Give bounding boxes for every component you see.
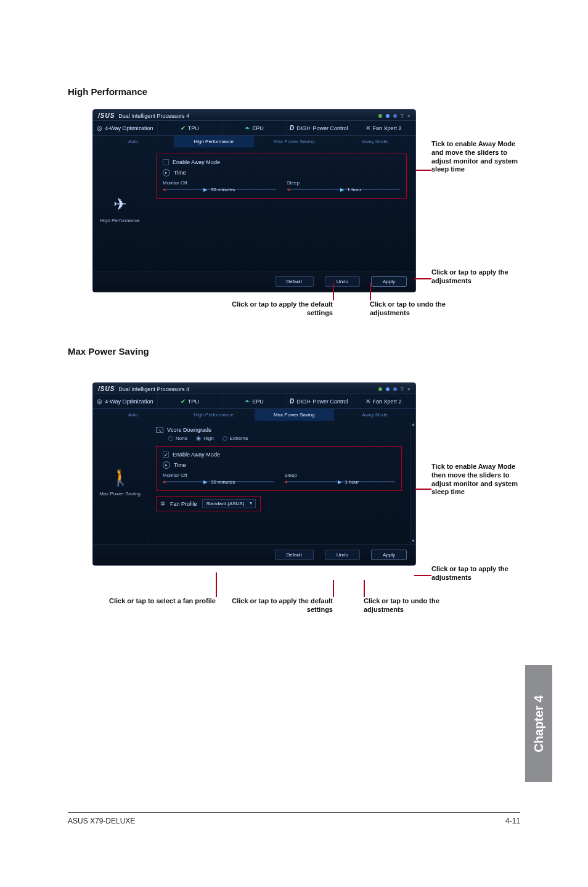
chapter-label: Chapter 4 <box>532 695 546 752</box>
nav-label: DIGI+ Power Control <box>296 398 348 405</box>
scroll-up-icon[interactable]: ▲ <box>411 422 415 426</box>
target-icon: ◎ <box>97 398 102 405</box>
apply-button[interactable]: Apply <box>371 550 407 560</box>
tab-high-performance[interactable]: High Performance <box>174 409 255 421</box>
app-window-hp: /SUS Dual Intelligent Processors 4 ? × ◎… <box>92 109 416 292</box>
tab-away-mode[interactable]: Away Mode <box>335 409 415 421</box>
fan-icon: ✲ <box>160 500 165 507</box>
side-label: High Performance <box>100 218 139 223</box>
radio-none[interactable]: None <box>168 435 187 441</box>
nav-label: EPU <box>252 125 264 131</box>
digi-icon: D <box>290 398 294 405</box>
sleep-slider[interactable]: ◄ ▶ 1 hour <box>287 187 401 192</box>
monitor-off-group: Monitor Off ◄ ▶ 30 minutes <box>163 472 274 484</box>
help-icon[interactable]: ? <box>401 386 404 392</box>
monitor-off-label: Monitor Off <box>163 180 276 186</box>
fan-profile-dropdown[interactable]: Standard (ASUS) <box>202 499 256 508</box>
callout-away-mode: Tick to enable Away Mode and move the sl… <box>431 140 518 174</box>
walk-icon: 🚶 <box>110 468 130 487</box>
default-button[interactable]: Default <box>275 276 314 287</box>
tab-max-power-saving[interactable]: Max Power Saving <box>255 136 335 147</box>
figure-high-performance: /SUS Dual Intelligent Processors 4 ? × ◎… <box>68 109 520 331</box>
scrollbar[interactable]: ▲ ▼ <box>410 421 415 544</box>
checkbox-enable-away[interactable] <box>163 159 169 165</box>
nav-digi[interactable]: DDIGI+ Power Control <box>287 121 351 135</box>
nav-4way[interactable]: ◎4-Way Optimization <box>93 121 158 135</box>
check-icon: ✔ <box>181 398 186 405</box>
nav-epu[interactable]: ❧EPU <box>223 394 287 408</box>
wave-icon: ∿ <box>156 427 163 433</box>
play-icon: ▶ <box>340 187 344 192</box>
mode-tabs: Auto High Performance Max Power Saving A… <box>93 409 415 421</box>
nav-label: Fan Xpert 2 <box>373 125 402 131</box>
away-mode-box: Enable Away Mode ▸ Time Monitor Off ◄ ▶ <box>156 154 407 199</box>
away-mode-box: ✓ Enable Away Mode ▸ Time Monitor Off ◄ <box>156 446 402 491</box>
arrow-left-icon: ◄ <box>161 479 166 485</box>
checkbox-enable-away[interactable]: ✓ <box>163 452 169 458</box>
help-icon[interactable]: ? <box>401 113 404 119</box>
default-button[interactable]: Default <box>275 550 314 560</box>
nav-digi[interactable]: DDIGI+ Power Control <box>287 394 351 408</box>
figure-max-power-saving: Tick to select Vcore downgrade /SUS Dual… <box>68 382 520 629</box>
target-icon: ◎ <box>97 125 102 131</box>
top-nav: ◎4-Way Optimization ✔TPU ❧EPU DDIGI+ Pow… <box>93 121 415 136</box>
nav-fan[interactable]: ✕Fan Xpert 2 <box>351 394 415 408</box>
brand-logo: /SUS <box>98 112 115 119</box>
slider-row: Monitor Off ◄ ▶ 30 minutes Sleep ◄ <box>163 472 395 484</box>
tab-max-power-saving[interactable]: Max Power Saving <box>255 409 335 421</box>
close-icon[interactable]: × <box>407 386 410 392</box>
sleep-slider[interactable]: ◄ ▶ 1 hour <box>285 479 396 484</box>
nav-tpu[interactable]: ✔TPU <box>158 121 223 135</box>
enable-away-row: Enable Away Mode <box>163 159 400 165</box>
play-icon: ▶ <box>203 187 207 192</box>
nav-label: EPU <box>252 398 264 405</box>
leaf-icon: ❧ <box>245 398 250 405</box>
time-label: Time <box>174 170 186 176</box>
section-title-mps: Max Power Saving <box>68 346 520 357</box>
monitor-off-slider[interactable]: ◄ ▶ 30 minutes <box>163 187 276 192</box>
tab-away-mode[interactable]: Away Mode <box>335 136 415 147</box>
tab-auto[interactable]: Auto <box>93 136 174 147</box>
monitor-off-slider[interactable]: ◄ ▶ 30 minutes <box>163 479 274 484</box>
nav-fan[interactable]: ✕Fan Xpert 2 <box>351 121 415 135</box>
close-icon[interactable]: × <box>407 113 410 119</box>
status-dot-icon <box>393 387 397 391</box>
leaf-icon: ❧ <box>245 125 250 131</box>
slider-row: Monitor Off ◄ ▶ 30 minutes Sleep ◄ <box>163 180 400 192</box>
tab-auto[interactable]: Auto <box>93 409 174 421</box>
app-window-mps: /SUS Dual Intelligent Processors 4 ? × ◎… <box>92 382 416 566</box>
time-row: ▸ Time <box>163 169 400 176</box>
app-body: 🚶 Max Power Saving ∿ Vcore Downgrade Non… <box>93 421 415 544</box>
fan-icon: ✕ <box>365 125 370 131</box>
nav-4way[interactable]: ◎4-Way Optimization <box>93 394 158 408</box>
callout-apply: Click or tap to apply the adjustments <box>431 268 512 286</box>
nav-label: Fan Xpert 2 <box>373 398 402 405</box>
plane-icon: ✈ <box>113 195 127 214</box>
digi-icon: D <box>290 125 294 131</box>
tab-high-performance[interactable]: High Performance <box>174 136 255 147</box>
check-icon: ✔ <box>181 125 186 131</box>
fan-profile-row: ✲ Fan Profile Standard (ASUS) <box>156 496 261 511</box>
scroll-down-icon[interactable]: ▼ <box>411 538 415 543</box>
time-label: Time <box>174 462 186 468</box>
nav-tpu[interactable]: ✔TPU <box>158 394 223 408</box>
play-icon: ▶ <box>203 479 207 485</box>
titlebar-right: ? × <box>378 113 410 119</box>
undo-button[interactable]: Undo <box>325 276 360 287</box>
sleep-group: Sleep ◄ ▶ 1 hour <box>287 180 401 192</box>
callout-undo: Click or tap to undo the adjustments <box>364 597 481 614</box>
nav-epu[interactable]: ❧EPU <box>223 121 287 135</box>
undo-button[interactable]: Undo <box>325 550 360 560</box>
nav-label: 4-Way Optimization <box>105 125 153 131</box>
enable-away-row: ✓ Enable Away Mode <box>163 452 395 458</box>
apply-button[interactable]: Apply <box>371 276 407 287</box>
radio-high[interactable]: High <box>196 435 213 441</box>
callout-default: Click or tap to apply the default settin… <box>222 597 333 614</box>
settings-panel: ∿ Vcore Downgrade None High Extreme ✓ En… <box>147 421 410 544</box>
titlebar-right: ? × <box>378 386 410 392</box>
nav-label: DIGI+ Power Control <box>296 125 348 131</box>
monitor-off-value: 30 minutes <box>211 187 235 192</box>
monitor-off-value: 30 minutes <box>211 479 235 485</box>
radio-extreme[interactable]: Extreme <box>223 435 248 441</box>
fan-icon: ✕ <box>365 398 370 405</box>
